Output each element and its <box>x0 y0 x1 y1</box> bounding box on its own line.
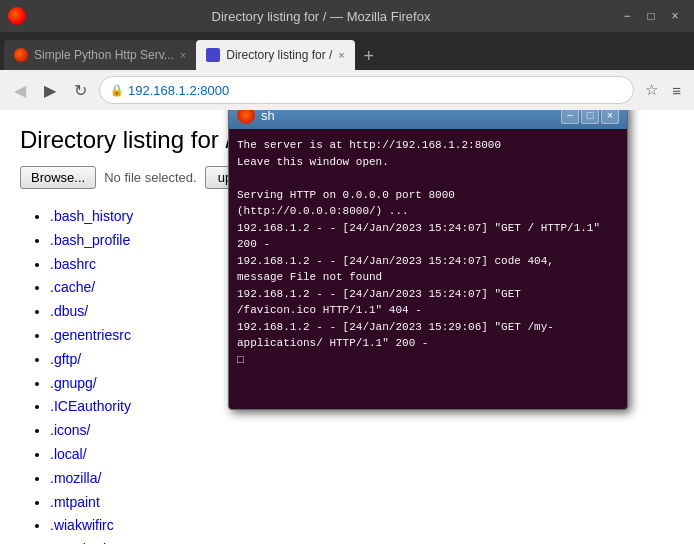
tab-bar: Simple Python Http Serv... × Directory l… <box>0 32 694 70</box>
bookmark-button[interactable]: ☆ <box>640 78 663 102</box>
list-item: .gnupg/ <box>50 372 674 396</box>
list-item: .bashrc <box>50 253 674 277</box>
list-item: .bash_history <box>50 205 674 229</box>
list-item: .ICEauthority <box>50 395 674 419</box>
terminal-title-text: sh <box>261 110 275 123</box>
nav-bar: ◀ ▶ ↻ 🔒 192.168.1.2:8000 ☆ ≡ <box>0 70 694 110</box>
lock-icon: 🔒 <box>110 84 124 97</box>
new-tab-button[interactable]: + <box>355 42 383 70</box>
forward-button[interactable]: ▶ <box>38 77 62 104</box>
title-bar-left <box>8 7 26 25</box>
terminal-close[interactable]: × <box>601 110 619 124</box>
file-link[interactable]: .icons/ <box>50 422 90 438</box>
terminal-minimize[interactable]: − <box>561 110 579 124</box>
file-link[interactable]: .cache/ <box>50 279 95 295</box>
file-list: .bash_history.bash_profile.bashrc.cache/… <box>20 205 674 544</box>
back-button[interactable]: ◀ <box>8 77 32 104</box>
tab-label-1: Simple Python Http Serv... <box>34 48 174 62</box>
list-item: .icons/ <box>50 419 674 443</box>
terminal-controls: − □ × <box>561 110 619 124</box>
main-content: Directory listing for / Browse... No fil… <box>0 110 694 544</box>
menu-button[interactable]: ≡ <box>667 78 686 102</box>
list-item: .bash_profile <box>50 229 674 253</box>
maximize-button[interactable]: □ <box>640 5 662 27</box>
window-controls: − □ × <box>616 5 686 27</box>
file-selected-label: No file selected. <box>104 170 197 185</box>
firefox-icon <box>8 7 26 25</box>
file-link[interactable]: .wiakwifirc <box>50 517 114 533</box>
file-link[interactable]: .gnupg/ <box>50 375 97 391</box>
list-item: .cache/ <box>50 276 674 300</box>
tab-python-server[interactable]: Simple Python Http Serv... × <box>4 40 196 70</box>
list-item: .dbus/ <box>50 300 674 324</box>
file-link[interactable]: .genentriesrc <box>50 327 131 343</box>
address-text: 192.168.1.2:8000 <box>128 83 623 98</box>
tab-close-1[interactable]: × <box>180 49 186 61</box>
title-bar: Directory listing for / — Mozilla Firefo… <box>0 0 694 32</box>
terminal-title-left: sh <box>237 110 275 124</box>
address-bar[interactable]: 🔒 192.168.1.2:8000 <box>99 76 634 104</box>
upload-button[interactable]: upload <box>205 166 270 189</box>
tab-icon-1 <box>14 48 28 62</box>
list-item: .wiakwifirc <box>50 514 674 538</box>
window-title: Directory listing for / — Mozilla Firefo… <box>26 9 616 24</box>
tab-label-2: Directory listing for / <box>226 48 332 62</box>
file-link[interactable]: .bash_profile <box>50 232 130 248</box>
list-item: .genentriesrc <box>50 324 674 348</box>
list-item: .Xauthority <box>50 538 674 544</box>
list-item: .gftp/ <box>50 348 674 372</box>
file-link[interactable]: .dbus/ <box>50 303 88 319</box>
list-item: .mozilla/ <box>50 467 674 491</box>
close-button[interactable]: × <box>664 5 686 27</box>
file-link[interactable]: .ICEauthority <box>50 398 131 414</box>
file-link[interactable]: .mtpaint <box>50 494 100 510</box>
reload-button[interactable]: ↻ <box>68 77 93 104</box>
file-link[interactable]: .local/ <box>50 446 87 462</box>
file-link[interactable]: .bash_history <box>50 208 133 224</box>
tab-icon-2 <box>206 48 220 62</box>
terminal-icon <box>237 110 255 124</box>
file-link[interactable]: .gftp/ <box>50 351 81 367</box>
list-item: .local/ <box>50 443 674 467</box>
browse-button[interactable]: Browse... <box>20 166 96 189</box>
terminal-maximize[interactable]: □ <box>581 110 599 124</box>
nav-right-icons: ☆ ≡ <box>640 78 686 102</box>
upload-row: Browse... No file selected. upload <box>20 166 674 189</box>
page-title: Directory listing for / <box>20 126 674 154</box>
tab-directory[interactable]: Directory listing for / × <box>196 40 354 70</box>
list-item: .mtpaint <box>50 491 674 515</box>
minimize-button[interactable]: − <box>616 5 638 27</box>
file-link[interactable]: .bashrc <box>50 256 96 272</box>
file-link[interactable]: .mozilla/ <box>50 470 101 486</box>
tab-close-2[interactable]: × <box>338 49 344 61</box>
